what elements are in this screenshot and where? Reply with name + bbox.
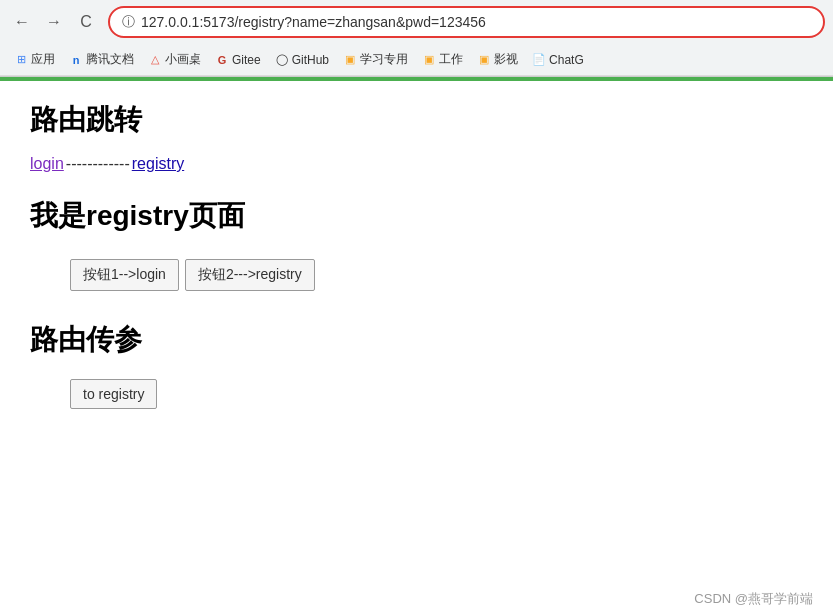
movies-folder-icon: ▣ (477, 53, 491, 67)
browser-chrome: ← → C ⓘ 127.0.0.1:5173/registry?name=zha… (0, 0, 833, 77)
bookmark-movies[interactable]: ▣ 影视 (471, 48, 524, 71)
nav-buttons: ← → C (8, 8, 100, 36)
url-text: 127.0.0.1:5173/registry?name=zhangsan&pw… (141, 14, 486, 30)
bookmark-gitee[interactable]: G Gitee (209, 50, 267, 70)
bookmark-study[interactable]: ▣ 学习专用 (337, 48, 414, 71)
bookmark-chatg-label: ChatG (549, 53, 584, 67)
nav-links: login ------------ registry (30, 155, 803, 173)
xiahuazhuo-icon: △ (148, 53, 162, 67)
github-icon: ◯ (275, 53, 289, 67)
section1-title: 路由跳转 (30, 101, 803, 139)
bookmark-gitee-label: Gitee (232, 53, 261, 67)
login-link[interactable]: login (30, 155, 64, 173)
button-group: 按钮1-->login 按钮2--->registry (70, 259, 803, 291)
lock-icon: ⓘ (122, 13, 135, 31)
bookmark-github-label: GitHub (292, 53, 329, 67)
bookmark-apps[interactable]: ⊞ 应用 (8, 48, 61, 71)
apps-icon: ⊞ (14, 53, 28, 67)
browser-toolbar: ← → C ⓘ 127.0.0.1:5173/registry?name=zha… (0, 0, 833, 44)
back-button[interactable]: ← (8, 8, 36, 36)
bookmark-work-label: 工作 (439, 51, 463, 68)
link-separator: ------------ (66, 155, 130, 173)
bookmarks-bar: ⊞ 应用 n 腾讯文档 △ 小画桌 G Gitee ◯ GitHub ▣ 学习专… (0, 44, 833, 76)
btn-to-login[interactable]: 按钮1-->login (70, 259, 179, 291)
page-subtitle: 我是registry页面 (30, 197, 803, 235)
chatg-icon: 📄 (532, 53, 546, 67)
to-registry-button[interactable]: to registry (70, 379, 157, 409)
gitee-icon: G (215, 53, 229, 67)
registry-link[interactable]: registry (132, 155, 184, 173)
page-content: 路由跳转 login ------------ registry 我是regis… (0, 81, 833, 614)
bookmark-apps-label: 应用 (31, 51, 55, 68)
work-folder-icon: ▣ (422, 53, 436, 67)
btn-to-registry[interactable]: 按钮2--->registry (185, 259, 315, 291)
bookmark-chatg[interactable]: 📄 ChatG (526, 50, 590, 70)
refresh-button[interactable]: C (72, 8, 100, 36)
bookmark-movies-label: 影视 (494, 51, 518, 68)
bookmark-github[interactable]: ◯ GitHub (269, 50, 335, 70)
csdn-watermark: CSDN @燕哥学前端 (694, 590, 813, 608)
bookmark-study-label: 学习专用 (360, 51, 408, 68)
bookmark-tencent-label: 腾讯文档 (86, 51, 134, 68)
bookmark-tencent[interactable]: n 腾讯文档 (63, 48, 140, 71)
forward-button[interactable]: → (40, 8, 68, 36)
study-folder-icon: ▣ (343, 53, 357, 67)
section2-title: 路由传参 (30, 321, 803, 359)
bookmark-xiahuazhuo-label: 小画桌 (165, 51, 201, 68)
tencent-icon: n (69, 53, 83, 67)
bookmark-work[interactable]: ▣ 工作 (416, 48, 469, 71)
address-bar[interactable]: ⓘ 127.0.0.1:5173/registry?name=zhangsan&… (108, 6, 825, 38)
bookmark-xiahuazhuo[interactable]: △ 小画桌 (142, 48, 207, 71)
